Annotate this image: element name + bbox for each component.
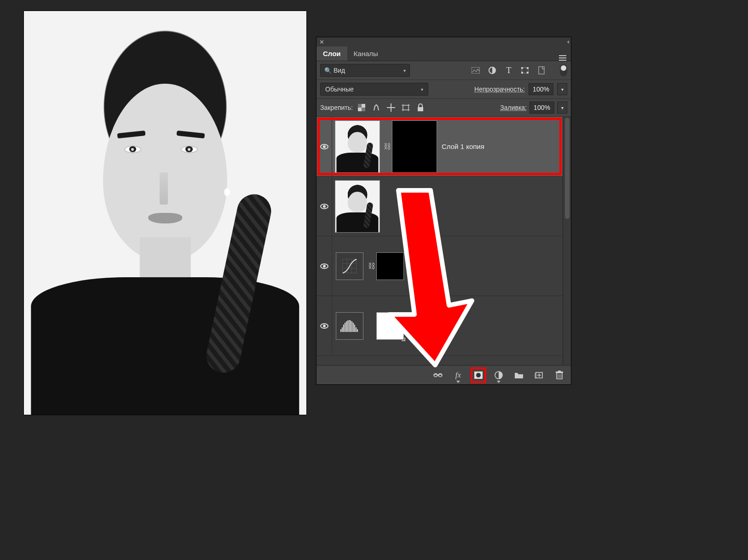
opacity-chevron[interactable]: ▾ [557,83,567,95]
panel-tabs: Слои Каналы [316,46,571,61]
filter-row: 🔍 Вид ▾ T [316,61,571,80]
svg-rect-19 [343,325,344,332]
svg-rect-42 [556,371,563,373]
svg-point-33 [476,373,481,377]
delete-icon[interactable] [554,370,564,380]
layer-thumbnail[interactable] [335,120,380,173]
svg-rect-22 [347,320,348,332]
canvas-document[interactable] [24,11,306,415]
svg-rect-17 [340,329,341,332]
filter-smartobject-icon[interactable] [538,66,546,74]
levels-adjustment-icon[interactable] [336,312,363,340]
filter-adjustment-icon[interactable] [488,66,496,74]
layer-name[interactable]: Слой 1 копия [442,143,484,150]
blend-row: Обычные ▾ Непрозрачность: 100% ▾ [316,80,571,99]
svg-rect-21 [346,321,347,332]
svg-rect-16 [418,107,423,111]
layer-name[interactable]: ивые 2 [409,262,431,270]
fill-value[interactable]: 100% [529,102,554,114]
layer-mask-thumbnail[interactable] [392,120,437,173]
opacity-label[interactable]: Непрозрачность: [474,86,525,93]
group-icon[interactable] [514,370,524,380]
filter-toggle[interactable] [560,64,567,76]
layer-filter-select[interactable]: 🔍 Вид ▾ [320,64,410,77]
svg-rect-18 [342,327,343,332]
eye-icon [320,144,328,149]
svg-rect-20 [345,323,345,332]
svg-rect-9 [358,104,362,108]
layers-bottom-bar: fx [316,365,571,384]
chevron-down-icon: ▾ [421,87,423,92]
eye-icon [320,323,328,329]
svg-rect-28 [356,327,357,332]
svg-rect-27 [354,325,355,332]
blend-mode-label: Обычные [325,86,354,93]
svg-rect-6 [527,72,529,74]
svg-rect-29 [357,329,358,332]
eye-icon [320,204,328,209]
svg-rect-5 [521,72,523,74]
layers-scrollbar[interactable] [563,117,571,365]
tab-channels[interactable]: Каналы [347,46,385,61]
tab-layers[interactable]: Слои [316,46,347,61]
lock-position-icon[interactable] [387,103,395,112]
layer-row[interactable]: ⛓ ивые 2 [316,236,563,296]
layer-visibility-toggle[interactable] [316,117,332,176]
svg-rect-7 [539,67,544,74]
lock-label: Закрепить: [320,104,353,111]
lock-pixels-icon[interactable] [372,103,380,112]
layer-visibility-toggle[interactable] [316,296,332,355]
new-layer-icon[interactable] [534,370,544,380]
filter-pixel-icon[interactable] [472,66,480,74]
lock-row: Закрепить: Заливка: 100% ▾ [316,99,571,117]
fill-label[interactable]: Заливка: [500,104,527,111]
lock-artboard-icon[interactable] [402,103,410,112]
svg-rect-43 [558,371,561,371]
svg-rect-23 [349,320,350,332]
close-icon[interactable]: ✕ [319,39,324,46]
search-icon: 🔍 [324,67,332,74]
svg-rect-10 [362,108,365,111]
layer-mask-thumbnail[interactable] [376,252,404,280]
eye-icon [320,263,328,269]
fill-chevron[interactable]: ▾ [557,102,567,114]
svg-rect-24 [350,320,351,332]
layers-panel: ✕ ‹‹ Слои Каналы 🔍 Вид ▾ T Обычные ▾ Неп… [316,37,571,385]
layer-row[interactable]: ⛓ Слой 1 копия [316,117,563,177]
link-layers-icon[interactable] [433,370,443,380]
opacity-value[interactable]: 100% [529,83,553,95]
svg-rect-11 [403,105,409,110]
lock-transparency-icon[interactable] [357,103,366,112]
layer-thumbnail[interactable] [335,180,380,233]
layer-visibility-toggle[interactable] [316,236,332,296]
svg-rect-4 [527,67,529,69]
lock-all-icon[interactable] [416,103,425,112]
layer-visibility-toggle[interactable] [316,177,332,236]
chevron-down-icon: ▾ [403,68,406,73]
panel-menu-icon[interactable] [554,50,571,57]
filter-label: Вид [334,67,345,74]
layer-row[interactable] [316,177,563,236]
filter-shape-icon[interactable] [521,66,529,74]
svg-rect-25 [351,321,352,332]
svg-rect-26 [353,323,354,332]
scroll-thumb[interactable] [565,118,570,219]
document-image [24,11,306,415]
layer-mask-thumbnail[interactable] [376,312,404,340]
filter-type-icon[interactable]: T [505,66,513,74]
layer-row[interactable]: ⛓ Уровни 1 [316,296,563,356]
adjustment-layer-icon[interactable] [494,370,504,380]
add-mask-icon[interactable] [473,370,483,380]
svg-rect-3 [521,67,523,69]
blend-mode-select[interactable]: Обычные ▾ [320,83,428,96]
panel-header-strip: ✕ ‹‹ [316,37,571,46]
fx-icon[interactable]: fx [453,370,463,380]
curves-adjustment-icon[interactable] [336,252,363,280]
layers-list: ⛓ Слой 1 копия ⛓ ивые 2 [316,117,571,365]
collapse-icon[interactable]: ‹‹ [567,39,568,45]
link-icon[interactable]: ⛓ [367,262,376,270]
layer-name[interactable]: Уровни 1 [409,322,437,330]
link-icon[interactable]: ⛓ [383,143,392,151]
